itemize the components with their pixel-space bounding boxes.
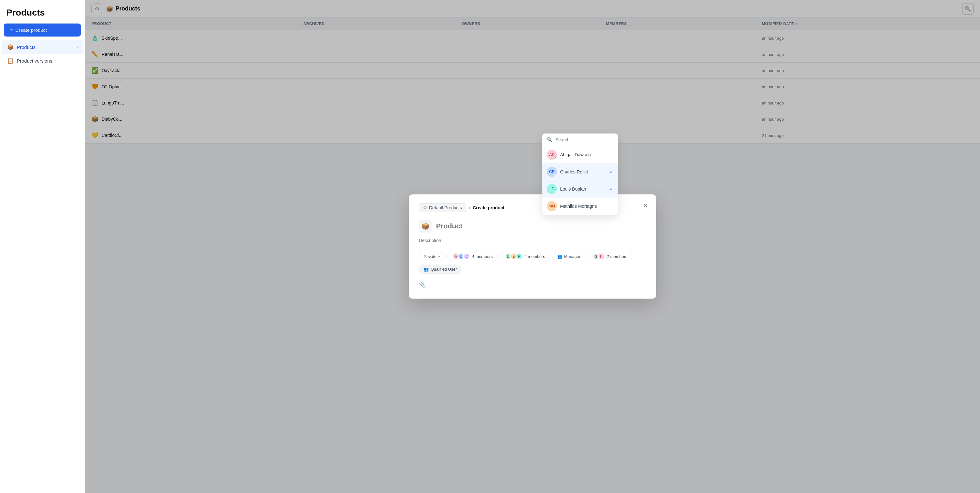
- dropdown-name-mathilde: Mathilde Mortagne: [560, 204, 597, 209]
- sidebar-item-products[interactable]: 📦 Products ›: [2, 40, 83, 54]
- product-name-input[interactable]: [436, 222, 646, 230]
- attachment-icon[interactable]: 📎: [419, 281, 426, 289]
- roles-avatars: G H: [592, 253, 605, 260]
- sidebar: Products + Create product 📦 Products › 📋…: [0, 0, 85, 493]
- product-tags: Private ▾ A B C 4 members D E F: [419, 250, 646, 274]
- product-name-section: 📦: [419, 220, 646, 233]
- create-product-button[interactable]: + Create product: [4, 24, 81, 37]
- manager-group-icon: 👥: [557, 254, 562, 259]
- modal-close-button[interactable]: ✕: [640, 201, 650, 210]
- roles-tag[interactable]: G H 2 members: [588, 250, 632, 262]
- dropdown-search-input[interactable]: [555, 137, 614, 142]
- privacy-tag[interactable]: Private ▾: [419, 250, 445, 262]
- qualified-user-label: Qualified User: [431, 267, 457, 271]
- manager-label: Manager: [564, 254, 581, 259]
- sidebar-item-product-versions-label: Product versions: [17, 58, 52, 64]
- product-versions-icon: 📋: [7, 57, 14, 64]
- members-count-label: 4 members: [525, 254, 545, 259]
- breadcrumb-default-products[interactable]: ⚙ Default Products: [419, 203, 466, 212]
- owners-avatars: A B C: [452, 253, 470, 260]
- dropdown-name-charles: Charles Rollet: [560, 169, 588, 174]
- owner-avatar-3: C: [463, 253, 470, 260]
- members-tag[interactable]: D E F 4 members: [500, 250, 550, 262]
- dropdown-item-louis[interactable]: LD Louis Duplan ✓: [542, 180, 618, 198]
- qualified-user-group-icon: 👥: [424, 267, 429, 271]
- check-icon: ✓: [609, 169, 614, 174]
- owners-tag[interactable]: A B C 4 members: [447, 250, 497, 262]
- search-icon: 🔍: [547, 137, 553, 143]
- chevron-right-icon: ›: [76, 45, 78, 49]
- privacy-chevron-icon: ▾: [438, 254, 440, 258]
- breadcrumb-settings-label: Default Products: [429, 205, 462, 210]
- main-content: ⚙ 📦 Products 🔍 PRODUCT ARCHIVED OWNERS M…: [85, 0, 980, 493]
- manager-tag[interactable]: 👥 Manager: [552, 250, 585, 262]
- check-icon: ✓: [609, 187, 614, 191]
- create-product-modal: ⚙ Default Products › Create product ✕ 📦 …: [409, 195, 656, 298]
- sidebar-title: Products: [0, 0, 85, 24]
- breadcrumb-current-label: Create product: [473, 205, 504, 210]
- product-icon-picker[interactable]: 📦: [419, 220, 432, 233]
- settings-icon: ⚙: [423, 205, 427, 210]
- dropdown-item-mathilde[interactable]: MM Mathilde Mortagne: [542, 198, 618, 215]
- breadcrumb-separator: ›: [469, 205, 470, 211]
- members-avatars: D E F: [505, 253, 523, 260]
- dropdown-item-abigail[interactable]: AD Abigail Dawson: [542, 146, 618, 163]
- dropdown-name-louis: Louis Duplan: [560, 187, 586, 191]
- dropdown-search-area: 🔍: [542, 134, 618, 146]
- dropdown-avatar-abigail: AD: [547, 150, 557, 160]
- dropdown-avatar-louis: LD: [547, 184, 557, 194]
- modal-footer: 📎: [419, 281, 646, 289]
- dropdown-avatar-charles: CR: [547, 167, 557, 177]
- sidebar-item-product-versions[interactable]: 📋 Product versions: [2, 54, 83, 68]
- status-dot-mathilde: [554, 208, 557, 211]
- dropdown-avatar-mathilde: MM: [547, 201, 557, 211]
- owners-count-label: 4 members: [472, 254, 493, 259]
- create-button-label: Create product: [16, 27, 47, 33]
- role-avatar-2: H: [598, 253, 605, 260]
- member-avatar-3: F: [516, 253, 523, 260]
- status-dot-charles: [554, 174, 557, 177]
- product-description-input[interactable]: [419, 238, 646, 243]
- dropdown-name-abigail: Abigail Dawson: [560, 152, 591, 157]
- roles-count-label: 2 members: [607, 254, 627, 259]
- modal-overlay: ⚙ Default Products › Create product ✕ 📦 …: [85, 0, 980, 493]
- privacy-label: Private: [424, 254, 436, 259]
- plus-icon: +: [10, 27, 13, 34]
- qualified-user-tag[interactable]: 👥 Qualified User: [419, 265, 461, 274]
- dropdown-item-charles[interactable]: CR Charles Rollet ✓: [542, 163, 618, 180]
- member-dropdown: 🔍 AD Abigail Dawson CR Charles Rollet ✓ …: [542, 133, 618, 215]
- status-dot-abigail: [554, 157, 557, 160]
- status-dot-louis: [554, 191, 557, 194]
- products-icon: 📦: [7, 44, 14, 51]
- sidebar-item-products-label: Products: [17, 45, 35, 50]
